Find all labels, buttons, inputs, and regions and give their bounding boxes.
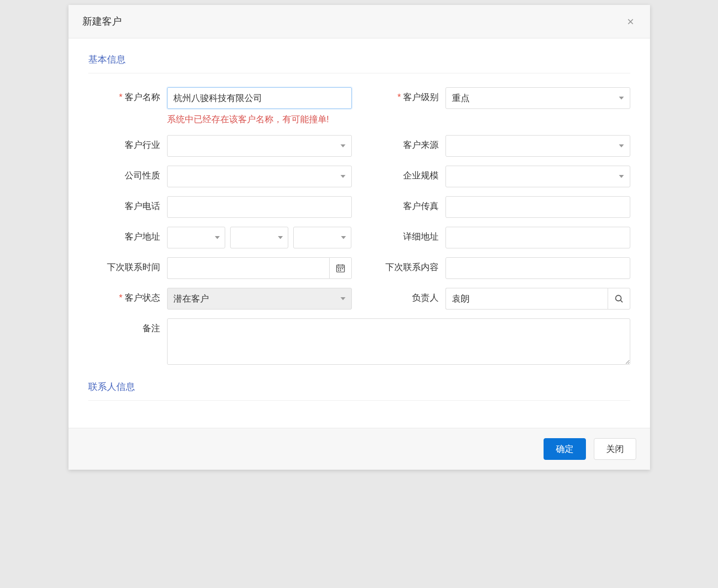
- chevron-down-icon: [341, 175, 345, 178]
- row-next-contact-content: 下次联系内容: [367, 257, 630, 279]
- customer-source-select[interactable]: [445, 135, 630, 157]
- row-customer-status: *客户状态 潜在客户: [88, 288, 352, 310]
- close-button[interactable]: ×: [625, 16, 636, 28]
- required-marker: *: [119, 92, 122, 102]
- chevron-down-icon: [619, 175, 624, 178]
- address-group: [167, 227, 352, 248]
- row-customer-level: *客户级别 重点: [367, 87, 630, 126]
- customer-level-value: 重点: [452, 92, 470, 104]
- svg-rect-7: [338, 270, 339, 271]
- chevron-down-icon: [341, 144, 345, 147]
- chevron-down-icon: [215, 236, 220, 239]
- customer-name-input[interactable]: [167, 87, 352, 109]
- label-remark: 备注: [88, 318, 167, 334]
- row-customer-fax: 客户传真: [367, 196, 630, 218]
- label-customer-name: *客户名称: [88, 87, 167, 103]
- section-contact-info-title: 联系人信息: [88, 380, 630, 401]
- owner-input[interactable]: [445, 288, 608, 310]
- label-customer-level: *客户级别: [367, 87, 445, 103]
- label-customer-source: 客户来源: [367, 135, 445, 151]
- datepicker-group: [167, 257, 352, 279]
- row-customer-phone: 客户电话: [88, 196, 352, 218]
- customer-name-error: 系统中已经存在该客户名称，有可能撞单!: [167, 113, 352, 126]
- customer-status-value: 潜在客户: [173, 293, 209, 305]
- customer-level-select[interactable]: 重点: [445, 87, 630, 109]
- label-next-contact-time: 下次联系时间: [88, 257, 167, 273]
- svg-point-9: [615, 295, 621, 301]
- next-contact-time-input[interactable]: [167, 257, 329, 279]
- customer-fax-input[interactable]: [445, 196, 630, 218]
- modal-header: 新建客户 ×: [68, 5, 650, 38]
- svg-rect-6: [342, 268, 342, 269]
- required-marker: *: [397, 92, 401, 102]
- datepicker-button[interactable]: [329, 257, 352, 279]
- chevron-down-icon: [341, 236, 346, 239]
- customer-phone-input[interactable]: [167, 196, 352, 218]
- label-customer-address: 客户地址: [88, 227, 167, 242]
- row-company-nature: 公司性质: [88, 166, 352, 187]
- company-scale-select[interactable]: [445, 166, 630, 187]
- row-customer-address: 客户地址: [88, 227, 352, 248]
- row-next-contact-time: 下次联系时间: [88, 257, 352, 279]
- chevron-down-icon: [341, 297, 345, 300]
- row-company-scale: 企业规模: [367, 166, 630, 187]
- label-customer-fax: 客户传真: [367, 196, 445, 212]
- company-nature-select[interactable]: [167, 166, 352, 187]
- modal-footer: 确定 关闭: [68, 428, 650, 470]
- row-customer-source: 客户来源: [367, 135, 630, 157]
- chevron-down-icon: [619, 144, 624, 147]
- owner-search-button[interactable]: [608, 288, 630, 310]
- form-grid: *客户名称 系统中已经存在该客户名称，有可能撞单! *客户级别 重点: [88, 87, 630, 376]
- customer-industry-select[interactable]: [167, 135, 352, 157]
- label-company-scale: 企业规模: [367, 166, 445, 181]
- section-basic-info-title: 基本信息: [88, 53, 630, 73]
- svg-line-10: [620, 300, 622, 302]
- svg-rect-8: [340, 270, 341, 271]
- required-marker: *: [119, 293, 122, 303]
- remark-textarea[interactable]: [167, 318, 630, 365]
- svg-rect-5: [340, 268, 341, 269]
- confirm-button[interactable]: 确定: [544, 438, 586, 460]
- label-customer-status: *客户状态: [88, 288, 167, 304]
- modal-body[interactable]: 基本信息 *客户名称 系统中已经存在该客户名称，有可能撞单! *客户级别: [68, 38, 650, 428]
- label-detail-address: 详细地址: [367, 227, 445, 242]
- detail-address-input[interactable]: [445, 227, 630, 248]
- label-customer-industry: 客户行业: [88, 135, 167, 151]
- row-detail-address: 详细地址: [367, 227, 630, 248]
- label-customer-phone: 客户电话: [88, 196, 167, 212]
- district-select[interactable]: [293, 227, 351, 248]
- modal-title: 新建客户: [82, 15, 122, 28]
- owner-lookup-group: [445, 288, 630, 310]
- svg-rect-4: [338, 268, 339, 269]
- calendar-icon: [336, 264, 345, 273]
- city-select[interactable]: [230, 227, 288, 248]
- row-owner: 负责人: [367, 288, 630, 310]
- label-owner: 负责人: [367, 288, 445, 304]
- label-next-contact-content: 下次联系内容: [367, 257, 445, 273]
- cancel-button[interactable]: 关闭: [594, 438, 636, 460]
- customer-status-select[interactable]: 潜在客户: [167, 288, 352, 310]
- row-remark: 备注: [88, 318, 630, 367]
- chevron-down-icon: [278, 236, 283, 239]
- new-customer-modal: 新建客户 × 基本信息 *客户名称 系统中已经存在该客户名称，有可能撞单! *客…: [68, 5, 650, 470]
- row-customer-name: *客户名称 系统中已经存在该客户名称，有可能撞单!: [88, 87, 352, 126]
- search-icon: [615, 294, 623, 303]
- row-customer-industry: 客户行业: [88, 135, 352, 157]
- province-select[interactable]: [167, 227, 225, 248]
- chevron-down-icon: [619, 97, 624, 100]
- label-company-nature: 公司性质: [88, 166, 167, 181]
- next-contact-content-input[interactable]: [445, 257, 630, 279]
- close-icon: ×: [627, 15, 634, 28]
